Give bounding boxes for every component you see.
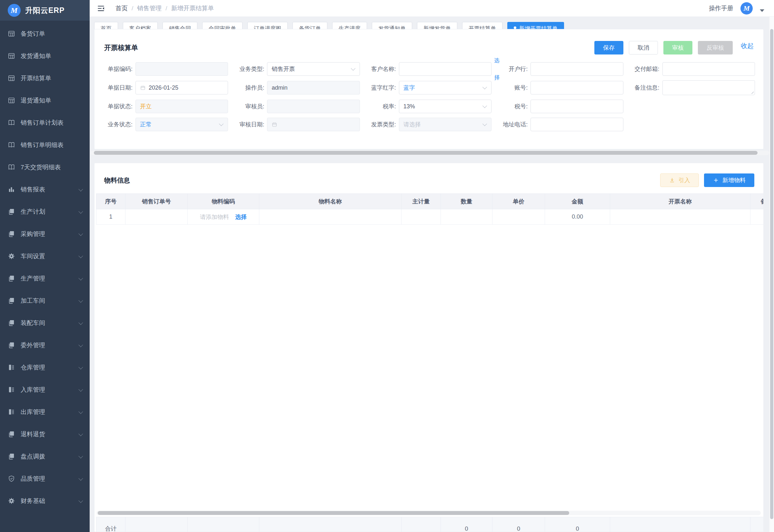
- bank-input[interactable]: [531, 62, 623, 76]
- field-doc-status: 单据状态: 开立: [96, 100, 228, 113]
- page-tab[interactable]: 新增发货单: [417, 22, 457, 29]
- doc-date-input[interactable]: 2026-01-25: [135, 81, 228, 94]
- page-tab[interactable]: 首页: [94, 22, 118, 29]
- manual-link[interactable]: 操作手册: [709, 4, 733, 13]
- sidebar-item[interactable]: 退料退货: [0, 423, 90, 445]
- breadcrumb-separator: /: [165, 5, 167, 12]
- page-tab[interactable]: 合同审批单: [202, 22, 243, 29]
- totals-price: 0: [492, 517, 545, 532]
- add-material-button[interactable]: 新增物料: [704, 173, 754, 187]
- sidebar-item-label: 7天交货明细表: [21, 163, 61, 172]
- sidebar-item-label: 装配车间: [21, 319, 45, 327]
- scrollbar-thumb[interactable]: [94, 151, 758, 155]
- cancel-button[interactable]: 取消: [629, 41, 658, 54]
- materials-card: 物料信息 引入 新增物料: [94, 163, 764, 532]
- field-label: 税率:: [360, 103, 399, 110]
- sidebar-item[interactable]: 销售订单计划表: [0, 112, 90, 134]
- page-tab[interactable]: 备货订单: [293, 22, 327, 29]
- sidebar-item[interactable]: 生产管理: [0, 267, 90, 290]
- page-tab[interactable]: 订单进度图: [247, 22, 288, 29]
- menu-fold-icon[interactable]: [97, 4, 105, 13]
- sidebar-menu: 备货订单 发货通知单 开票结算单 退货通知单: [0, 21, 90, 512]
- sidebar-item[interactable]: 入库管理: [0, 379, 90, 401]
- sidebar-item[interactable]: 销售报表: [0, 178, 90, 201]
- sidebar-item-label: 采购管理: [21, 230, 45, 238]
- sidebar-item[interactable]: 采购管理: [0, 223, 90, 245]
- biz-status-select[interactable]: 正常: [135, 118, 228, 131]
- tax-rate-select[interactable]: 13%: [399, 100, 491, 113]
- biz-type-select[interactable]: 销售开票: [267, 62, 360, 76]
- sidebar-item-label: 盘点调拨: [21, 452, 45, 461]
- sidebar-item[interactable]: 备货订单: [0, 23, 90, 45]
- scrollbar-thumb[interactable]: [770, 29, 773, 519]
- sidebar-item-icon: [8, 297, 15, 304]
- sidebar-item[interactable]: 发货通知单: [0, 45, 90, 67]
- sidebar-item-label: 车间设置: [21, 252, 45, 261]
- remark-cell[interactable]: [750, 209, 764, 225]
- chevron-down-icon: [78, 431, 83, 436]
- materials-actions: 引入 新增物料: [660, 173, 754, 187]
- page-tab[interactable]: 客户档案: [123, 22, 158, 29]
- sidebar-item[interactable]: 出库管理: [0, 401, 90, 423]
- sidebar-item[interactable]: 加工车间: [0, 290, 90, 312]
- save-button[interactable]: 保存: [594, 41, 623, 54]
- page-vertical-scrollbar[interactable]: [769, 17, 774, 532]
- remark-textarea[interactable]: [662, 80, 755, 95]
- doc-code-input: [135, 62, 228, 76]
- invoice-type-select[interactable]: 请选择: [399, 118, 491, 131]
- qty-cell[interactable]: [441, 209, 492, 225]
- unit-cell: [402, 209, 441, 225]
- account-input[interactable]: [531, 81, 623, 94]
- sidebar-item[interactable]: 财务基础: [0, 490, 90, 512]
- sidebar-item[interactable]: 盘点调拨: [0, 445, 90, 468]
- collapse-link[interactable]: 收起: [741, 42, 754, 50]
- table-header-cell: 序号: [96, 194, 125, 209]
- sidebar-item[interactable]: 生产计划: [0, 201, 90, 223]
- form-horizontal-scrollbar[interactable]: [91, 151, 769, 155]
- table-header-cell: 金额: [545, 194, 610, 209]
- sidebar-item[interactable]: 装配车间: [0, 312, 90, 334]
- sidebar-item[interactable]: 车间设置: [0, 245, 90, 267]
- page-tab[interactable]: 销售合同: [163, 22, 197, 29]
- invoice-name-cell[interactable]: [610, 209, 750, 225]
- sidebar-item[interactable]: 退货通知单: [0, 89, 90, 112]
- breadcrumb-home[interactable]: 首页: [115, 4, 128, 13]
- caret-down-icon[interactable]: [760, 9, 764, 12]
- price-cell[interactable]: [492, 209, 545, 225]
- tab-label: 合同审批单: [209, 25, 236, 29]
- form-actions: 保存 取消 审核 反审核 收起: [594, 41, 754, 54]
- email-input[interactable]: [662, 62, 755, 76]
- sidebar-item[interactable]: 开票结算单: [0, 67, 90, 89]
- addr-phone-input[interactable]: [531, 118, 623, 131]
- customer-input[interactable]: [399, 62, 491, 76]
- app-root: M 升阳云ERP 备货订单 发货通知单 开票结算单: [0, 0, 774, 532]
- field-label: 业务状态:: [96, 121, 135, 128]
- materials-header: 物料信息 引入 新增物料: [94, 163, 763, 193]
- sales-order-cell[interactable]: [125, 209, 188, 225]
- page-tab[interactable]: 开票结算单: [462, 22, 502, 29]
- sidebar-item[interactable]: 品质管理: [0, 468, 90, 490]
- operator-input: admin: [267, 81, 360, 94]
- table-horizontal-scrollbar[interactable]: [96, 511, 761, 515]
- page-tab[interactable]: 生产进度: [332, 22, 367, 29]
- sidebar-item[interactable]: 仓库管理: [0, 356, 90, 379]
- field-label: 操作员:: [228, 84, 267, 92]
- page-tab[interactable]: 新增开票结算单: [507, 22, 564, 29]
- sidebar-item-icon: [8, 230, 15, 238]
- blue-red-select[interactable]: 蓝字: [399, 81, 491, 94]
- field-email: 交付邮箱:: [623, 62, 755, 76]
- material-pick-link[interactable]: 选择: [235, 214, 247, 220]
- sidebar-item-icon: [8, 74, 15, 82]
- breadcrumb-separator: /: [132, 5, 133, 12]
- sidebar-item-icon: [8, 275, 15, 282]
- sidebar-item[interactable]: 销售订单明细表: [0, 134, 90, 156]
- avatar[interactable]: M: [740, 2, 753, 15]
- page-tab[interactable]: 发货通知单: [372, 22, 412, 29]
- sidebar-item[interactable]: 委外管理: [0, 334, 90, 356]
- unaudit-button: 反审核: [698, 41, 733, 54]
- logo-icon: M: [8, 4, 21, 17]
- scrollbar-thumb[interactable]: [98, 511, 569, 515]
- sidebar-item[interactable]: 7天交货明细表: [0, 156, 90, 178]
- tax-no-input[interactable]: [531, 100, 623, 113]
- material-name-cell[interactable]: [259, 209, 402, 225]
